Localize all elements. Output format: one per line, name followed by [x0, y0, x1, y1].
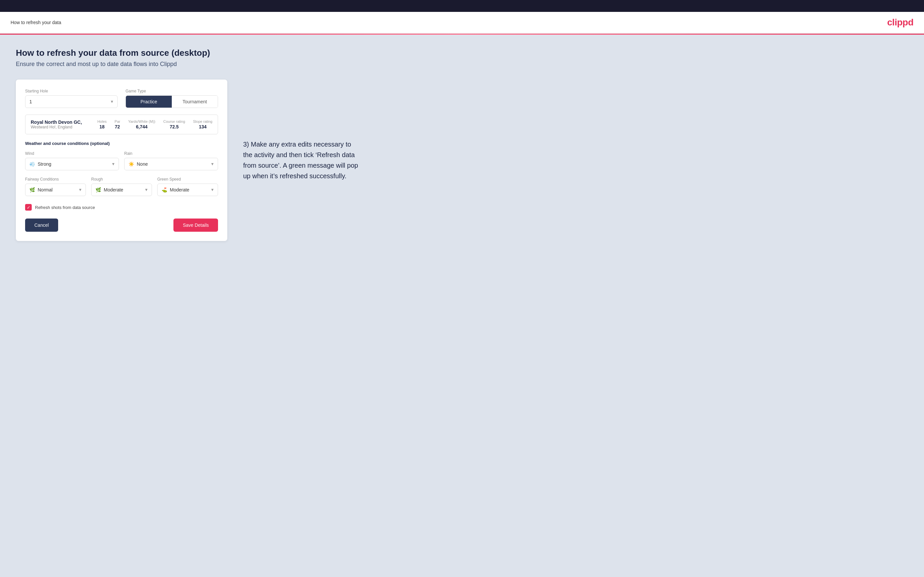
- par-stat: Par 72: [115, 119, 120, 129]
- wind-label: Wind: [25, 151, 119, 156]
- fairway-label: Fairway Conditions: [25, 177, 86, 182]
- header: How to refresh your data clippd: [0, 12, 924, 34]
- instruction-panel: 3) Make any extra edits necessary to the…: [243, 79, 362, 181]
- weather-title: Weather and course conditions (optional): [25, 141, 218, 146]
- page-subheading: Ensure the correct and most up to date d…: [16, 61, 908, 68]
- fairway-select[interactable]: 🌿 Normal ▼: [25, 184, 86, 196]
- course-rating-value: 72.5: [163, 124, 185, 129]
- course-rating-stat: Course rating 72.5: [163, 119, 185, 129]
- rough-display: 🌿 Moderate: [92, 184, 152, 196]
- slope-rating-value: 134: [193, 124, 212, 129]
- yards-stat: Yards/White (M)) 6,744: [128, 119, 155, 129]
- fairway-display: 🌿 Normal: [26, 184, 86, 196]
- course-name-main: Royal North Devon GC,: [31, 119, 89, 125]
- course-info: Royal North Devon GC, Westward Ho!, Engl…: [31, 119, 89, 129]
- par-label: Par: [115, 119, 120, 124]
- logo: clippd: [887, 17, 913, 28]
- wind-icon: 💨: [29, 161, 35, 167]
- wind-value: Strong: [38, 161, 51, 167]
- green-speed-chevron-icon: ▼: [210, 187, 215, 192]
- conditions-grid-top: Wind 💨 Strong ▼ Rain ☀️ None: [25, 151, 218, 170]
- slope-rating-label: Slope rating: [193, 119, 212, 124]
- yards-value: 6,744: [128, 124, 155, 129]
- page-heading: How to refresh your data from source (de…: [16, 48, 908, 58]
- rain-display: ☀️ None: [124, 158, 218, 170]
- refresh-checkbox[interactable]: ✓: [25, 204, 32, 211]
- form-row-top: Starting Hole 1 ▼ Game Type Practice Tou…: [25, 89, 218, 108]
- starting-hole-label: Starting Hole: [25, 89, 118, 93]
- rough-group: Rough 🌿 Moderate ▼: [91, 177, 152, 196]
- starting-hole-value: 1: [29, 99, 32, 104]
- fairway-value: Normal: [38, 187, 53, 192]
- form-card: Starting Hole 1 ▼ Game Type Practice Tou…: [16, 79, 227, 241]
- save-button[interactable]: Save Details: [173, 219, 218, 232]
- holes-stat: Holes 18: [97, 119, 107, 129]
- yards-label: Yards/White (M)): [128, 119, 155, 124]
- rain-icon: ☀️: [129, 161, 134, 167]
- conditions-grid-bottom: Fairway Conditions 🌿 Normal ▼ Rough 🌿: [25, 177, 218, 196]
- rain-chevron-icon: ▼: [210, 162, 215, 166]
- cancel-button[interactable]: Cancel: [25, 219, 58, 232]
- slope-rating-stat: Slope rating 134: [193, 119, 212, 129]
- game-type-buttons: Practice Tournament: [126, 95, 218, 108]
- wind-display: 💨 Strong: [26, 158, 119, 170]
- game-type-group: Game Type Practice Tournament: [126, 89, 218, 108]
- green-speed-label: Green Speed: [157, 177, 218, 182]
- rain-group: Rain ☀️ None ▼: [124, 151, 218, 170]
- rough-chevron-icon: ▼: [144, 187, 148, 192]
- course-rating-label: Course rating: [163, 119, 185, 124]
- starting-hole-group: Starting Hole 1 ▼: [25, 89, 118, 108]
- holes-label: Holes: [97, 119, 107, 124]
- starting-hole-display: 1: [26, 96, 117, 108]
- rough-icon: 🌿: [95, 187, 101, 192]
- rain-value: None: [137, 161, 148, 167]
- wind-group: Wind 💨 Strong ▼: [25, 151, 119, 170]
- rough-label: Rough: [91, 177, 152, 182]
- green-speed-icon: ⛳: [162, 187, 167, 192]
- fairway-icon: 🌿: [29, 187, 35, 192]
- green-speed-display: ⛳ Moderate: [158, 184, 218, 196]
- content-layout: Starting Hole 1 ▼ Game Type Practice Tou…: [16, 79, 908, 241]
- rough-value: Moderate: [104, 187, 123, 192]
- checkbox-row: ✓ Refresh shots from data source: [25, 204, 218, 211]
- rain-label: Rain: [124, 151, 218, 156]
- tournament-button[interactable]: Tournament: [172, 96, 218, 108]
- refresh-label: Refresh shots from data source: [35, 205, 95, 210]
- chevron-down-icon: ▼: [110, 99, 114, 104]
- game-type-label: Game Type: [126, 89, 218, 93]
- fairway-group: Fairway Conditions 🌿 Normal ▼: [25, 177, 86, 196]
- green-speed-value: Moderate: [170, 187, 189, 192]
- green-speed-select[interactable]: ⛳ Moderate ▼: [157, 184, 218, 196]
- course-row: Royal North Devon GC, Westward Ho!, Engl…: [25, 114, 218, 134]
- header-title: How to refresh your data: [11, 20, 61, 25]
- wind-chevron-icon: ▼: [111, 162, 115, 166]
- fairway-chevron-icon: ▼: [78, 187, 82, 192]
- practice-button[interactable]: Practice: [126, 96, 172, 108]
- course-name-sub: Westward Ho!, England: [31, 125, 89, 129]
- green-speed-group: Green Speed ⛳ Moderate ▼: [157, 177, 218, 196]
- rain-select[interactable]: ☀️ None ▼: [124, 158, 218, 170]
- wind-select[interactable]: 💨 Strong ▼: [25, 158, 119, 170]
- rough-select[interactable]: 🌿 Moderate ▼: [91, 184, 152, 196]
- action-buttons: Cancel Save Details: [25, 219, 218, 232]
- holes-value: 18: [97, 124, 107, 129]
- starting-hole-select[interactable]: 1 ▼: [25, 95, 118, 108]
- top-bar: [0, 0, 924, 12]
- par-value: 72: [115, 124, 120, 129]
- main-content: How to refresh your data from source (de…: [0, 35, 924, 577]
- instruction-text: 3) Make any extra edits necessary to the…: [243, 139, 362, 181]
